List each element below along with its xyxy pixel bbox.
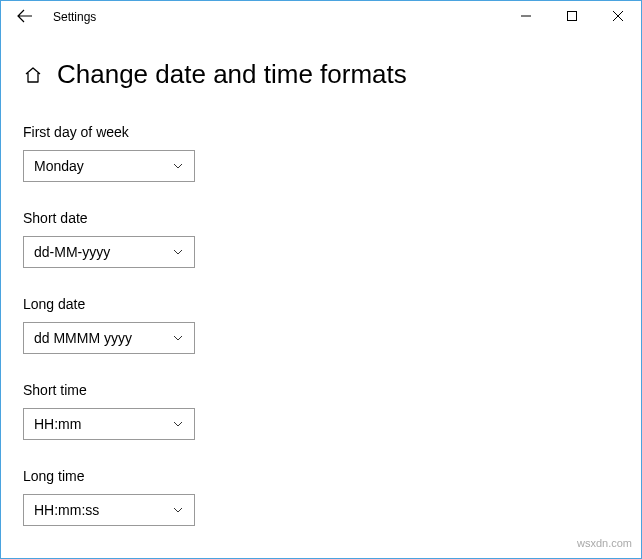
field-long-date: Long date dd MMMM yyyy	[23, 296, 619, 354]
titlebar: Settings	[1, 1, 641, 33]
close-button[interactable]	[595, 1, 641, 33]
svg-rect-0	[568, 12, 577, 21]
field-short-date: Short date dd-MM-yyyy	[23, 210, 619, 268]
minimize-icon	[521, 10, 531, 24]
app-title: Settings	[53, 10, 96, 24]
field-first-day-of-week: First day of week Monday	[23, 124, 619, 182]
dropdown-long-date[interactable]: dd MMMM yyyy	[23, 322, 195, 354]
field-label: Long date	[23, 296, 619, 312]
dropdown-value: HH:mm	[34, 416, 81, 432]
titlebar-left: Settings	[1, 1, 503, 33]
field-label: First day of week	[23, 124, 619, 140]
back-button[interactable]	[7, 1, 43, 33]
field-long-time: Long time HH:mm:ss	[23, 468, 619, 526]
chevron-down-icon	[172, 246, 184, 258]
minimize-button[interactable]	[503, 1, 549, 33]
field-label: Short date	[23, 210, 619, 226]
maximize-icon	[567, 10, 577, 24]
dropdown-long-time[interactable]: HH:mm:ss	[23, 494, 195, 526]
close-icon	[613, 10, 623, 24]
settings-window: Settings Change	[0, 0, 642, 559]
page-header: Change date and time formats	[23, 59, 619, 90]
chevron-down-icon	[172, 504, 184, 516]
back-arrow-icon	[17, 8, 33, 27]
dropdown-value: dd-MM-yyyy	[34, 244, 110, 260]
field-label: Short time	[23, 382, 619, 398]
page-title: Change date and time formats	[57, 59, 407, 90]
dropdown-short-date[interactable]: dd-MM-yyyy	[23, 236, 195, 268]
chevron-down-icon	[172, 332, 184, 344]
dropdown-value: HH:mm:ss	[34, 502, 99, 518]
dropdown-first-day-of-week[interactable]: Monday	[23, 150, 195, 182]
window-controls	[503, 1, 641, 33]
chevron-down-icon	[172, 160, 184, 172]
dropdown-value: Monday	[34, 158, 84, 174]
maximize-button[interactable]	[549, 1, 595, 33]
dropdown-short-time[interactable]: HH:mm	[23, 408, 195, 440]
field-label: Long time	[23, 468, 619, 484]
chevron-down-icon	[172, 418, 184, 430]
content-area: Change date and time formats First day o…	[1, 33, 641, 558]
field-short-time: Short time HH:mm	[23, 382, 619, 440]
home-icon[interactable]	[23, 65, 43, 85]
dropdown-value: dd MMMM yyyy	[34, 330, 132, 346]
watermark: wsxdn.com	[577, 537, 632, 549]
